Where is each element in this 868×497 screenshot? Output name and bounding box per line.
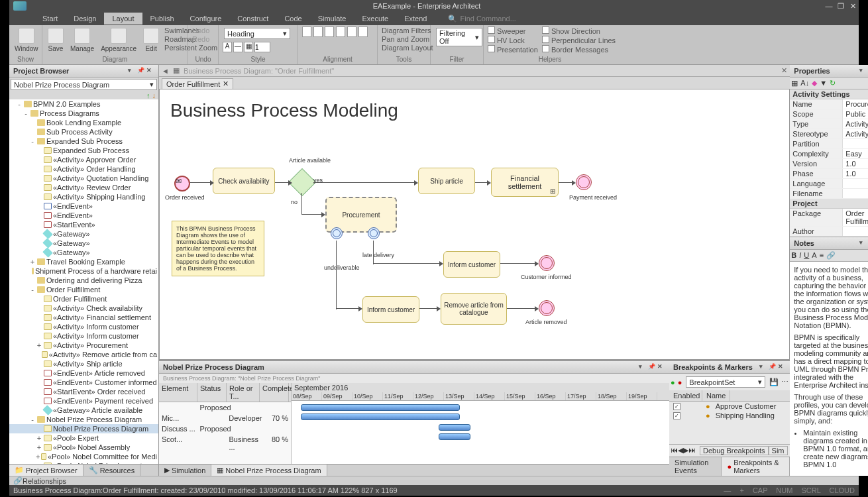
menu-configure[interactable]: Configure [182, 13, 230, 25]
menu-design[interactable]: Design [66, 13, 104, 25]
tree-item[interactable]: -Process Diagrams [9, 109, 158, 118]
line-width-input[interactable] [254, 42, 270, 52]
align-top-button[interactable] [336, 27, 345, 37]
tree-item[interactable]: Ordering and delivering Pizza [9, 276, 158, 285]
prop-value[interactable]: Activity [843, 119, 868, 129]
gantt-bar[interactable] [301, 414, 460, 420]
list-button[interactable]: ≡ [820, 251, 824, 260]
browser-combo[interactable]: Nobel Prize Process Diagram▾ [11, 79, 157, 90]
expand-icon[interactable]: + [36, 341, 42, 349]
gantt-row[interactable]: Discuss ...Proposed [159, 423, 291, 434]
pin-icon[interactable]: ▾ [639, 363, 647, 371]
gantt-row[interactable] [159, 453, 291, 455]
filter-icon[interactable]: ▼ [820, 79, 827, 87]
nav-last-icon[interactable]: ⏭ [688, 446, 696, 455]
edit-button[interactable]: Edit [142, 27, 160, 54]
appearance-button[interactable]: Appearance [99, 27, 138, 54]
menu-execute[interactable]: Execute [354, 13, 396, 25]
tree-item[interactable]: «Activity» Inform customer [9, 331, 158, 341]
tree-item[interactable]: -Nobel Prize Process Diagram [9, 415, 158, 424]
activity-financial-settlement[interactable]: Financial settlement⊞ [491, 168, 559, 197]
prop-value[interactable]: Activity [843, 129, 868, 138]
close-icon[interactable]: ✕ [657, 363, 665, 371]
tree-item[interactable]: «Gateway» Article available [9, 406, 158, 415]
start-event-order-received[interactable]: ✉ [174, 176, 190, 192]
border-check[interactable]: Border Messages [542, 45, 616, 54]
menu-code[interactable]: Code [276, 13, 309, 25]
tree-item[interactable]: «Activity» Remove article from ca [9, 350, 158, 359]
tree-item[interactable]: «Activity» Financial settlement [9, 313, 158, 322]
expand-icon[interactable]: - [29, 286, 36, 294]
gantt-chart[interactable]: September 2016 08/Sep09/Sep10/Sep11/Sep1… [292, 383, 669, 464]
col-element[interactable]: Element [159, 383, 197, 402]
tree-item[interactable]: Nobel Prize Process Diagram [9, 424, 158, 433]
expand-icon[interactable]: + [36, 453, 40, 461]
az-icon[interactable]: A↓ [800, 79, 809, 87]
expand-icon[interactable]: - [23, 109, 29, 117]
pin-icon[interactable]: ▾ [859, 67, 867, 75]
prop-value[interactable]: Public [843, 109, 868, 119]
prop-value[interactable]: 1.0 [843, 159, 868, 168]
diagram-layout-button[interactable]: Diagram Layout [382, 44, 426, 52]
tab-debug-bp[interactable]: Debug Breakpoints [700, 446, 769, 455]
prop-value[interactable] [843, 227, 868, 236]
property-grid[interactable]: Activity Settings NameProcurementScopePu… [790, 89, 868, 237]
tab-simulation[interactable]: ▶Simulation [159, 465, 211, 476]
tree-item[interactable]: «EndEvent» [9, 211, 158, 220]
prop-row[interactable]: StereotypeActivity [790, 129, 868, 139]
menu-extend[interactable]: Extend [396, 13, 435, 25]
menu-layout[interactable]: Layout [104, 13, 142, 25]
checkbox-icon[interactable]: ✓ [673, 412, 680, 419]
tree-item[interactable]: -BPMN 2.0 Examples [9, 99, 158, 109]
activity-inform-customer-2[interactable]: Inform customer [362, 296, 419, 323]
prop-row[interactable]: ComplexityEasy [790, 149, 868, 159]
prop-row[interactable]: Filename [790, 189, 868, 199]
fill-style[interactable]: ▦ [244, 42, 253, 52]
tree-item[interactable]: +«Pool» Nobel Assembly [9, 443, 158, 452]
gantt-bar[interactable] [439, 433, 470, 440]
expand-icon[interactable]: - [29, 415, 36, 423]
align-bottom-button[interactable] [358, 27, 368, 37]
close-diagram-icon[interactable]: ✕ [781, 66, 787, 75]
link-button[interactable]: 🔗 [826, 251, 836, 260]
bp-row[interactable]: ✓●Approve Customer [669, 402, 790, 411]
prop-row[interactable]: Version1.0 [790, 159, 868, 169]
tree-item[interactable]: «EndEvent» Payment received [9, 396, 158, 406]
menu-publish[interactable]: Publish [142, 13, 182, 25]
tab-sim[interactable]: Sim [769, 446, 788, 455]
tree-item[interactable]: «Activity» Order Handling [9, 164, 158, 174]
pin-icon[interactable]: 📌 [137, 67, 145, 75]
pin-icon[interactable]: ▾ [859, 239, 867, 247]
tree-item[interactable]: «Activity» Review Order [9, 183, 158, 192]
save-button[interactable]: Save [46, 27, 65, 54]
hvlock-check[interactable]: HV Lock [488, 36, 538, 44]
tree-item[interactable]: +«Activity» Procurement [9, 341, 158, 350]
pin-icon[interactable]: ▾ [128, 67, 136, 75]
stop-icon[interactable]: ● [678, 378, 682, 386]
prop-row[interactable]: Author [790, 227, 868, 237]
gantt-bar[interactable] [301, 404, 460, 411]
notes-body[interactable]: If you need to model the activity of a b… [790, 262, 868, 476]
tree-item[interactable]: «Activity» Inform customer [9, 322, 158, 331]
prop-value[interactable] [843, 179, 868, 188]
tree-item[interactable]: «StartEvent» Order received [9, 387, 158, 396]
prop-group-activity[interactable]: Activity Settings [790, 89, 868, 99]
tree-item[interactable]: Shipment Process of a hardware retai [9, 266, 158, 276]
tree-item[interactable]: «EndEvent» Customer informed [9, 378, 158, 387]
italic-button[interactable]: I [799, 251, 801, 260]
tree-item[interactable]: «Activity» Approver Order [9, 155, 158, 164]
color-button[interactable]: A [812, 251, 816, 260]
prop-value[interactable]: 1.0 [843, 169, 868, 178]
expand-icon[interactable]: - [29, 137, 36, 145]
col-name[interactable]: Name [702, 390, 730, 401]
col-status[interactable]: Status [197, 383, 227, 402]
diagram-tab[interactable]: Order Fulfillment ✕ [162, 78, 233, 89]
gantt-table[interactable]: Element Status Role or T... Complete Pro… [159, 383, 292, 464]
activity-remove-article[interactable]: Remove article from catalogue [441, 293, 507, 325]
nav-prev-icon[interactable]: ◀ [678, 446, 683, 455]
tree-item[interactable]: «EndEvent» Article removed [9, 368, 158, 378]
line-style[interactable]: — [233, 42, 243, 52]
prop-row[interactable]: Language [790, 179, 868, 189]
expand-icon[interactable]: - [16, 100, 23, 108]
breakpoint-set-combo[interactable]: BreakpointSet▾ [686, 376, 765, 388]
